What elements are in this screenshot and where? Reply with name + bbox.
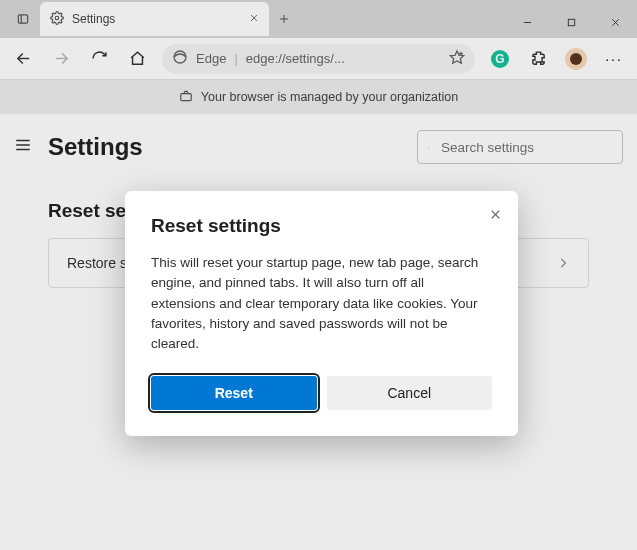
cancel-button[interactable]: Cancel <box>327 376 493 410</box>
dialog-close-button[interactable] <box>486 205 504 223</box>
reset-settings-dialog: Reset settings This will reset your star… <box>125 191 518 436</box>
dialog-body: This will reset your startup page, new t… <box>151 253 492 354</box>
reset-button[interactable]: Reset <box>151 376 317 410</box>
dialog-title: Reset settings <box>151 215 492 237</box>
